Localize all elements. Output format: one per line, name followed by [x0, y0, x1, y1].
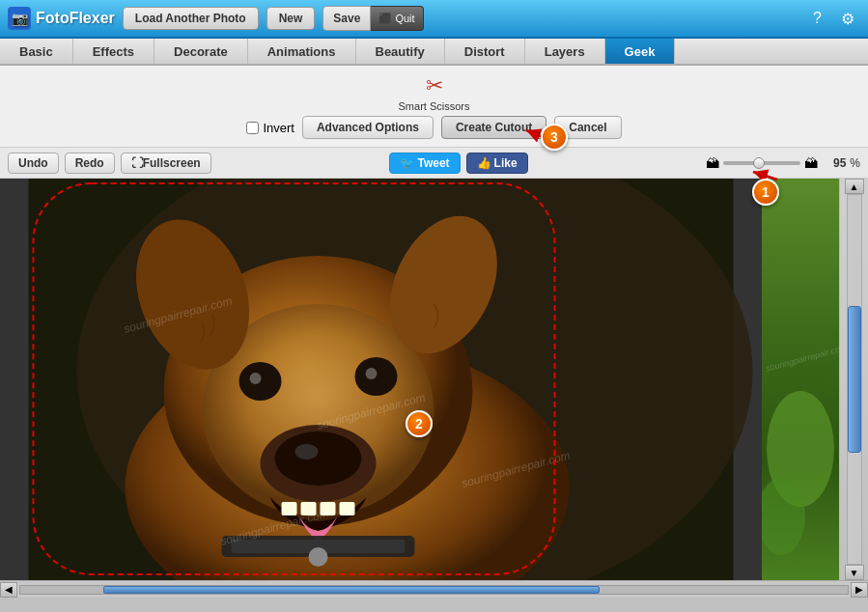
tab-distort[interactable]: Distort [445, 39, 525, 64]
controls-row: Invert Advanced Options Create Cutout Ca… [246, 116, 621, 139]
scroll-track[interactable] [847, 194, 862, 565]
tweet-button[interactable]: 🐦 Tweet [389, 153, 460, 174]
side-preview-panel: souringpairrepair.com [762, 179, 839, 580]
svg-point-9 [295, 444, 319, 459]
settings-button[interactable]: ⚙ [835, 8, 860, 30]
quit-button[interactable]: ⬛ Quit [371, 6, 423, 31]
invert-checkbox[interactable] [246, 122, 259, 134]
action-bar: Undo Redo ⛶Fullscreen 🐦 Tweet 👍 Like 🏔 🏔… [0, 148, 868, 179]
tab-geek[interactable]: Geek [605, 39, 676, 64]
app-logo: 📷 FotoFlexer [8, 7, 115, 30]
tab-decorate[interactable]: Decorate [154, 39, 248, 64]
create-cutout-button[interactable]: Create Cutout [441, 116, 546, 139]
fullscreen-button[interactable]: ⛶Fullscreen [121, 153, 211, 174]
h-scroll-track[interactable] [19, 585, 849, 595]
scroll-left-arrow[interactable]: ◀ [0, 582, 17, 598]
svg-point-20 [309, 547, 328, 567]
scroll-right-arrow[interactable]: ▶ [851, 582, 868, 598]
invert-label: Invert [263, 121, 294, 135]
twitter-icon: 🐦 [400, 156, 414, 170]
zoom-in-icon: 🏔 [804, 155, 818, 171]
cancel-button[interactable]: Cancel [554, 116, 621, 139]
smart-scissors-tool: ✂ Smart Scissors [399, 73, 470, 112]
svg-rect-17 [340, 502, 355, 515]
scissors-icon: ✂ [426, 73, 443, 98]
svg-point-12 [250, 373, 262, 384]
zoom-out-icon: 🏔 [706, 155, 719, 171]
scroll-thumb[interactable] [848, 306, 861, 454]
zoom-control: 🏔 🏔 95 % [706, 155, 860, 171]
camera-icon: 📷 [8, 7, 31, 30]
tab-layers[interactable]: Layers [525, 39, 605, 64]
h-scroll-thumb[interactable] [103, 586, 600, 594]
svg-point-13 [366, 368, 378, 379]
tab-beautify[interactable]: Beautify [356, 39, 445, 64]
zoom-value: 95 [822, 156, 846, 170]
app-name: FotoFlexer [36, 10, 115, 27]
scroll-down-arrow[interactable]: ▼ [845, 565, 864, 580]
advanced-options-button[interactable]: Advanced Options [302, 116, 434, 139]
side-preview-image: souringpairrepair.com [762, 179, 839, 580]
facebook-icon: 👍 [477, 156, 491, 170]
undo-button[interactable]: Undo [8, 153, 59, 174]
dog-image: souringpairrepair.com souringpairrepair.… [0, 179, 762, 580]
toolbar: ✂ Smart Scissors Invert Advanced Options… [0, 66, 868, 148]
new-button[interactable]: New [266, 7, 316, 30]
main-area: souringpairrepair.com souringpairrepair.… [0, 179, 868, 580]
tab-animations[interactable]: Animations [248, 39, 356, 64]
save-quit-group: Save ⬛ Quit [322, 6, 423, 31]
export-icon: ⬛ [378, 13, 392, 25]
canvas-area[interactable]: souringpairrepair.com souringpairrepair.… [0, 179, 762, 580]
tab-bar: Basic Effects Decorate Animations Beauti… [0, 39, 868, 66]
tab-basic[interactable]: Basic [0, 39, 73, 64]
invert-checkbox-label[interactable]: Invert [246, 121, 294, 135]
top-bar: 📷 FotoFlexer Load Another Photo New Save… [0, 0, 868, 39]
like-button[interactable]: 👍 Like [466, 153, 528, 174]
smart-scissors-label: Smart Scissors [399, 100, 470, 112]
svg-point-8 [275, 431, 362, 486]
vertical-scrollbar[interactable]: ▲ ▼ [839, 179, 868, 580]
zoom-percent: % [850, 156, 860, 170]
redo-button[interactable]: Redo [65, 153, 115, 174]
scroll-up-arrow[interactable]: ▲ [845, 179, 864, 194]
zoom-slider[interactable] [723, 161, 800, 165]
horizontal-scrollbar[interactable]: ◀ ▶ [0, 580, 868, 598]
help-button[interactable]: ? [807, 8, 827, 29]
tab-effects[interactable]: Effects [73, 39, 154, 64]
save-button[interactable]: Save [322, 6, 371, 31]
load-photo-button[interactable]: Load Another Photo [123, 7, 259, 30]
svg-rect-14 [282, 502, 297, 515]
